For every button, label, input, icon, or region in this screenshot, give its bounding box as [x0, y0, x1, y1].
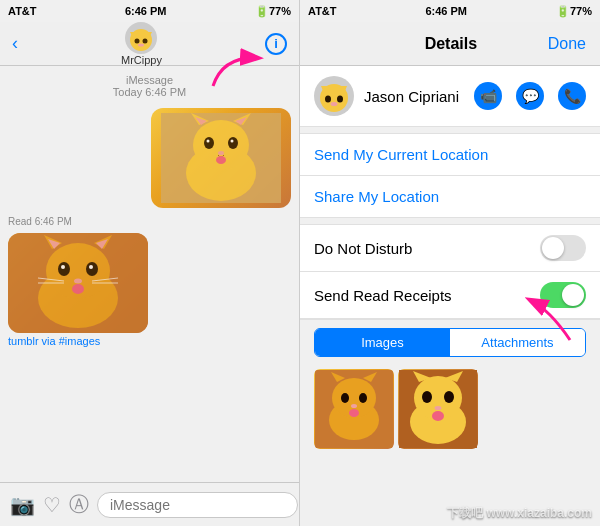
send-read-receipts-row: Send Read Receipts	[300, 272, 600, 319]
send-read-receipts-label: Send Read Receipts	[314, 287, 452, 304]
images-tab[interactable]: Images	[315, 329, 450, 356]
video-call-button[interactable]: 📹	[474, 82, 502, 110]
avatar[interactable]	[125, 22, 157, 54]
svg-point-28	[61, 265, 65, 269]
left-nav-bar: ‹ MrCippy i	[0, 22, 299, 66]
received-message: tumblr via #images	[8, 233, 148, 347]
do-not-disturb-knob	[542, 237, 564, 259]
right-nav-bar: Details Done	[300, 22, 600, 66]
svg-point-50	[351, 404, 357, 408]
left-status-bar: AT&T 6:46 PM 🔋77%	[0, 0, 299, 22]
send-read-receipts-toggle[interactable]	[540, 282, 586, 308]
attachments-tab[interactable]: Attachments	[450, 329, 585, 356]
svg-point-27	[86, 262, 98, 276]
back-button[interactable]: ‹	[12, 33, 18, 54]
svg-point-49	[359, 393, 367, 403]
svg-point-29	[89, 265, 93, 269]
svg-point-58	[444, 391, 454, 403]
svg-point-57	[422, 391, 432, 403]
contact-info: MrCippy	[121, 22, 162, 66]
svg-point-48	[341, 393, 349, 403]
svg-point-5	[138, 43, 144, 46]
thumbnail-2[interactable]	[398, 369, 478, 449]
do-not-disturb-label: Do Not Disturb	[314, 240, 412, 257]
tumblr-link[interactable]: tumblr via #images	[8, 335, 148, 347]
left-toolbar: 📷 ♡ Ⓐ 🎤	[0, 482, 299, 526]
imessage-label: iMessage Today 6:46 PM	[8, 74, 291, 98]
svg-point-3	[135, 38, 140, 43]
right-status-bar: AT&T 6:46 PM 🔋77%	[300, 0, 600, 22]
done-button[interactable]: Done	[548, 35, 586, 53]
svg-point-40	[325, 96, 331, 103]
apps-icon[interactable]: Ⓐ	[69, 491, 89, 518]
messages-area: iMessage Today 6:46 PM	[0, 66, 299, 482]
right-panel: AT&T 6:46 PM 🔋77% Details Done Jason Cip…	[300, 0, 600, 526]
svg-point-31	[72, 284, 84, 294]
info-button[interactable]: i	[265, 33, 287, 55]
left-battery: 🔋77%	[255, 5, 291, 18]
send-location-button[interactable]: Send My Current Location	[300, 134, 600, 176]
bubble-image-1	[151, 108, 291, 208]
action-icons: 📹 💬 📞	[474, 82, 586, 110]
contact-row: Jason Cipriani 📹 💬 📞	[300, 66, 600, 127]
toggle-section: Do Not Disturb Send Read Receipts	[300, 224, 600, 320]
svg-point-26	[58, 262, 70, 276]
svg-point-51	[349, 409, 359, 417]
sketch-icon[interactable]: ♡	[43, 493, 61, 517]
right-panel-wrapper: AT&T 6:46 PM 🔋77% Details Done Jason Cip…	[300, 0, 600, 526]
segment-control: Images Attachments	[314, 328, 586, 357]
do-not-disturb-toggle[interactable]	[540, 235, 586, 261]
svg-point-30	[74, 279, 82, 284]
contact-name-right: Jason Cipriani	[364, 88, 464, 105]
message-input[interactable]	[97, 492, 298, 518]
svg-point-13	[204, 137, 214, 149]
svg-point-59	[435, 406, 442, 410]
svg-point-15	[207, 140, 210, 143]
svg-point-17	[218, 151, 224, 155]
contact-name-left: MrCippy	[121, 54, 162, 66]
send-read-receipts-knob	[562, 284, 584, 306]
do-not-disturb-row: Do Not Disturb	[300, 225, 600, 272]
thumbnail-row	[300, 365, 600, 453]
svg-point-18	[216, 156, 226, 164]
svg-point-4	[143, 38, 148, 43]
phone-button[interactable]: 📞	[558, 82, 586, 110]
svg-point-16	[231, 140, 234, 143]
message-bubble-1[interactable]	[151, 108, 291, 208]
contact-avatar-right	[314, 76, 354, 116]
bubble-image-2	[8, 233, 148, 333]
svg-point-60	[432, 411, 444, 421]
camera-icon[interactable]: 📷	[10, 493, 35, 517]
svg-point-14	[228, 137, 238, 149]
right-time: 6:46 PM	[425, 5, 467, 17]
left-time: 6:46 PM	[125, 5, 167, 17]
thumbnail-1[interactable]	[314, 369, 394, 449]
details-title: Details	[425, 35, 477, 53]
left-carrier: AT&T	[8, 5, 37, 17]
svg-point-41	[337, 96, 343, 103]
watermark: 下载吧 www.xiazaiba.com	[447, 505, 592, 522]
location-section: Send My Current Location Share My Locati…	[300, 133, 600, 218]
svg-point-42	[331, 102, 338, 106]
share-location-button[interactable]: Share My Location	[300, 176, 600, 217]
right-battery: 🔋77%	[556, 5, 592, 18]
right-carrier: AT&T	[308, 5, 337, 17]
message-button[interactable]: 💬	[516, 82, 544, 110]
left-panel: AT&T 6:46 PM 🔋77% ‹ MrCippy i	[0, 0, 300, 526]
read-time: Read 6:46 PM	[8, 216, 291, 227]
